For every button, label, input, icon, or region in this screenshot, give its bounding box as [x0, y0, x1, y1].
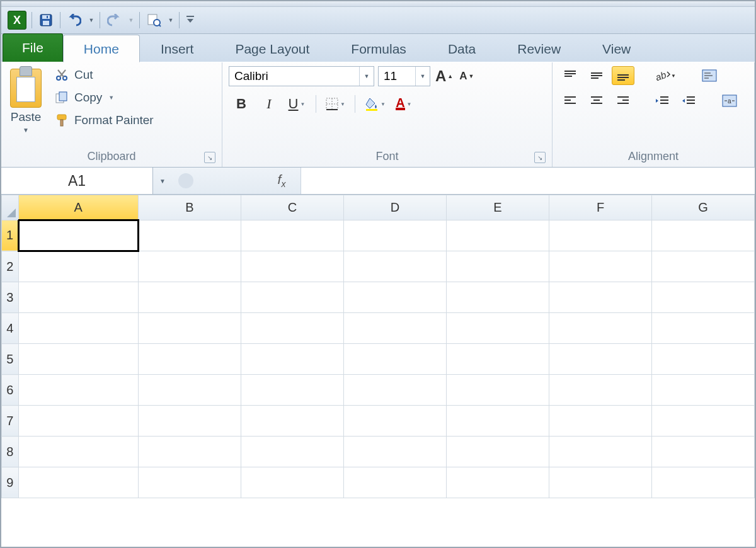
cell-A1[interactable] [18, 220, 138, 251]
cell-D8[interactable] [344, 437, 447, 467]
cell-D2[interactable] [344, 251, 447, 282]
print-preview-button[interactable] [145, 11, 163, 29]
row-header-6[interactable]: 6 [2, 375, 19, 406]
column-header-b[interactable]: B [139, 195, 241, 220]
cell-B5[interactable] [139, 344, 241, 375]
undo-dropdown[interactable]: ▼ [88, 17, 94, 23]
cell-G5[interactable] [652, 344, 755, 375]
cell-G6[interactable] [652, 375, 755, 406]
undo-button[interactable] [66, 11, 83, 29]
cell-F3[interactable] [549, 282, 652, 313]
row-header-3[interactable]: 3 [2, 282, 19, 313]
cell-D1[interactable] [344, 220, 447, 251]
column-header-e[interactable]: E [447, 195, 549, 220]
tab-formulas[interactable]: Formulas [330, 35, 427, 62]
cell-D3[interactable] [344, 282, 447, 313]
cell-B4[interactable] [139, 313, 241, 344]
cell-B7[interactable] [139, 406, 241, 437]
worksheet-grid[interactable]: A B C D E F G 123456789 [1, 195, 755, 498]
column-header-g[interactable]: G [652, 195, 755, 220]
cell-D9[interactable] [344, 467, 447, 498]
row-header-4[interactable]: 4 [2, 313, 19, 344]
cell-D4[interactable] [344, 313, 447, 344]
row-header-7[interactable]: 7 [2, 406, 19, 437]
font-size-input[interactable] [379, 69, 415, 83]
row-header-5[interactable]: 5 [2, 344, 19, 375]
font-name-combo[interactable]: ▼ [229, 66, 374, 86]
tab-insert[interactable]: Insert [140, 35, 215, 62]
chevron-down-icon[interactable]: ▼ [359, 67, 374, 86]
align-top-button[interactable] [559, 66, 581, 85]
font-dialog-launcher[interactable]: ↘ [534, 152, 546, 163]
chevron-down-icon[interactable]: ▼ [415, 67, 430, 86]
cell-F8[interactable] [549, 437, 652, 467]
excel-logo-icon[interactable]: X [8, 11, 26, 30]
insert-function-button[interactable]: fx [269, 172, 294, 189]
formula-input[interactable] [301, 168, 755, 194]
column-header-f[interactable]: F [549, 195, 652, 220]
cell-A3[interactable] [18, 282, 138, 313]
cell-G4[interactable] [652, 313, 755, 344]
font-name-input[interactable] [229, 69, 359, 83]
bold-button[interactable]: B [229, 94, 254, 114]
cell-F9[interactable] [549, 467, 652, 498]
row-header-1[interactable]: 1 [2, 220, 19, 251]
decrease-indent-button[interactable] [651, 91, 673, 110]
cell-E7[interactable] [447, 406, 549, 437]
cut-button[interactable]: Cut [52, 66, 156, 84]
cell-C5[interactable] [241, 344, 344, 375]
cell-G7[interactable] [652, 406, 755, 437]
align-right-button[interactable] [612, 91, 634, 110]
cell-E9[interactable] [447, 467, 549, 498]
row-header-2[interactable]: 2 [2, 251, 19, 282]
tab-view[interactable]: View [581, 35, 651, 62]
column-header-a[interactable]: A [18, 195, 138, 220]
cell-G2[interactable] [652, 251, 755, 282]
cell-A6[interactable] [18, 375, 138, 406]
cell-G1[interactable] [652, 220, 755, 251]
cell-E6[interactable] [447, 375, 549, 406]
tab-review[interactable]: Review [496, 35, 581, 62]
cell-F1[interactable] [549, 220, 652, 251]
save-button[interactable] [37, 11, 55, 29]
cell-G8[interactable] [652, 437, 755, 467]
cell-G9[interactable] [652, 467, 755, 498]
redo-dropdown[interactable]: ▼ [128, 17, 134, 23]
cell-D6[interactable] [344, 375, 447, 406]
cell-B3[interactable] [139, 282, 241, 313]
align-middle-button[interactable] [585, 66, 608, 85]
cell-E3[interactable] [447, 282, 549, 313]
row-header-9[interactable]: 9 [2, 467, 19, 498]
cell-B6[interactable] [139, 375, 241, 406]
italic-button[interactable]: I [256, 94, 282, 114]
cell-C3[interactable] [241, 282, 344, 313]
cell-E8[interactable] [447, 437, 549, 467]
cell-C1[interactable] [241, 220, 344, 251]
cell-A4[interactable] [18, 313, 138, 344]
cell-F4[interactable] [549, 313, 652, 344]
borders-button[interactable]: ▼ [323, 94, 348, 114]
name-box-dropdown[interactable]: ▼ [155, 173, 170, 188]
cell-B9[interactable] [139, 467, 241, 498]
decrease-font-size-button[interactable]: A▼ [458, 69, 475, 84]
cell-E4[interactable] [447, 313, 549, 344]
name-box[interactable]: A1 ▼ [1, 168, 153, 194]
tab-data[interactable]: Data [427, 35, 496, 62]
tab-home[interactable]: Home [63, 35, 140, 62]
cell-A8[interactable] [18, 437, 138, 467]
cell-C8[interactable] [241, 437, 344, 467]
cell-D7[interactable] [344, 406, 447, 437]
select-all-corner[interactable] [2, 195, 19, 220]
cell-A2[interactable] [18, 251, 138, 282]
underline-button[interactable]: U▼ [284, 94, 309, 114]
cell-A5[interactable] [18, 344, 138, 375]
cell-E1[interactable] [447, 220, 549, 251]
orientation-button[interactable]: ab▼ [651, 66, 680, 85]
row-header-8[interactable]: 8 [2, 437, 19, 467]
column-header-c[interactable]: C [241, 195, 344, 220]
clipboard-dialog-launcher[interactable]: ↘ [204, 152, 215, 163]
redo-button[interactable] [105, 11, 123, 29]
cell-B2[interactable] [139, 251, 241, 282]
column-header-d[interactable]: D [344, 195, 447, 220]
cell-D5[interactable] [344, 344, 447, 375]
